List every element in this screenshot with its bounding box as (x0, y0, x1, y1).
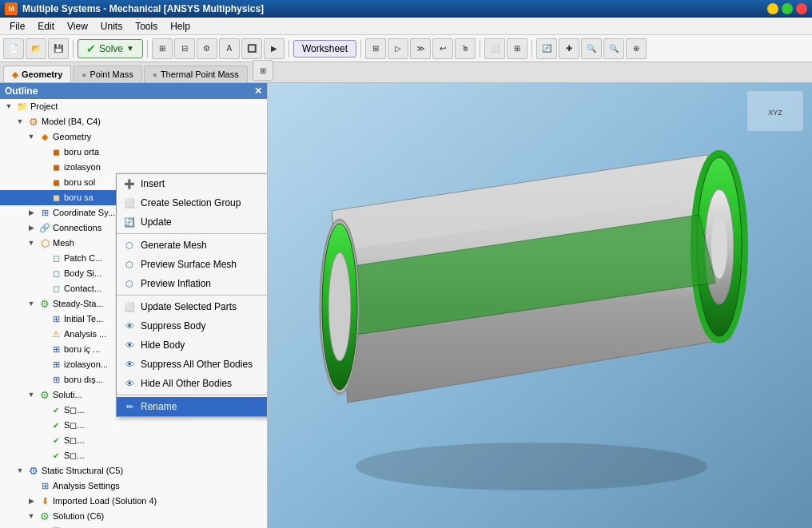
open-button[interactable]: 📂 (26, 38, 46, 59)
geometry-tab-icon: ◆ (12, 70, 18, 79)
tree-sol-2[interactable]: ✔ S◻... (0, 418, 267, 433)
title-text: Multiple Systems - Mechanical [ANSYS Mul… (22, 3, 264, 14)
ctx-preview-inflation[interactable]: ⬡ Preview Inflation (117, 274, 268, 293)
expander-coordinate[interactable]: ▶ (26, 208, 37, 219)
save-button[interactable]: 💾 (48, 38, 69, 59)
toolbar-btn-14[interactable]: 🔄 (536, 38, 557, 59)
static-label: Static Structural (C5) (42, 464, 123, 478)
tree-boru-orta[interactable]: ◼ boru orta (0, 145, 267, 160)
sol-1-label: S◻... (64, 403, 85, 417)
menu-help[interactable]: Help (164, 19, 197, 34)
toolbar-btn-12[interactable]: ⬜ (484, 38, 505, 59)
analysis-label: Analysis ... (64, 328, 106, 341)
menubar: File Edit View Units Tools Help (0, 18, 812, 35)
menu-file[interactable]: File (3, 19, 31, 34)
maximize-button[interactable] (782, 3, 793, 14)
expander-sol-3 (37, 435, 48, 447)
expander-steady[interactable]: ▼ (26, 299, 37, 310)
expander-solution[interactable]: ▼ (26, 390, 37, 401)
tree-static-structural[interactable]: ▼ ⚙ Static Structural (C5) (0, 463, 267, 478)
minimize-button[interactable] (767, 3, 778, 14)
viewport[interactable]: XYZ (268, 83, 812, 528)
tree-sol-3[interactable]: ✔ S◻... (0, 433, 267, 448)
toolbar-btn-9[interactable]: ≫ (410, 38, 431, 59)
toolbar-btn-16[interactable]: 🔍 (581, 38, 602, 59)
ctx-create-selection[interactable]: ⬜ Create Selection Group (117, 193, 268, 212)
ctx-hide-all-label: Hide All Other Bodies (141, 378, 232, 389)
tab-thermal-point-mass[interactable]: ● Thermal Point Mass (144, 66, 248, 82)
ctx-rename[interactable]: ✏ Rename (117, 397, 268, 416)
expander-mesh[interactable]: ▼ (26, 238, 37, 249)
tab-extra-button[interactable]: ⊞ (253, 60, 273, 81)
ctx-suppress-body-icon: 👁 (123, 320, 136, 332)
expander-project[interactable]: ▼ (3, 101, 14, 113)
ctx-preview-surface-label: Preview Surface Mesh (141, 259, 237, 270)
tree-sol-4[interactable]: ✔ S◻... (0, 448, 267, 463)
expander-static[interactable]: ▼ (14, 466, 26, 477)
tree-analysis-settings[interactable]: ⊞ Analysis Settings (0, 478, 267, 494)
ctx-generate-mesh[interactable]: ⬡ Generate Mesh (117, 236, 268, 255)
boru-sol-label: boru sol (64, 176, 95, 189)
toolbar-btn-13[interactable]: ⊞ (507, 38, 527, 59)
toolbar-btn-4[interactable]: A (219, 38, 240, 59)
ctx-suppress-body[interactable]: 👁 Suppress Body (117, 316, 268, 335)
toolbar-btn-1[interactable]: ⊞ (152, 38, 173, 59)
ctx-preview-surface[interactable]: ⬡ Preview Surface Mesh (117, 255, 268, 274)
ctx-suppress-all[interactable]: 👁 Suppress All Other Bodies (117, 355, 268, 374)
expander-imported[interactable]: ▶ (26, 496, 37, 507)
expander-sol-4 (37, 451, 48, 462)
ctx-insert[interactable]: ➕ Insert ▶ (117, 174, 268, 193)
menu-edit[interactable]: Edit (31, 19, 61, 34)
tree-solution-c6[interactable]: ▼ ⚙ Solution (C6) (0, 509, 267, 524)
toolbar-btn-17[interactable]: 🔍 (603, 38, 624, 59)
sol-2-label: S◻... (64, 419, 85, 432)
toolbar-btn-15[interactable]: ✚ (559, 38, 579, 59)
izolasyon-label: izolasyon (64, 161, 101, 174)
worksheet-button[interactable]: Worksheet (293, 40, 356, 58)
tree-model[interactable]: ▼ ⚙ Model (B4, C4) (0, 114, 267, 129)
ctx-hide-body[interactable]: 👁 Hide Body (117, 335, 268, 355)
boru-sol-icon: ◼ (50, 177, 62, 189)
tree-geometry[interactable]: ▼ ◆ Geometry (0, 129, 267, 145)
ctx-update[interactable]: 🔄 Update (117, 212, 268, 232)
svg-point-10 (356, 443, 707, 490)
ctx-preview-surface-icon: ⬡ (123, 258, 136, 271)
tab-geometry[interactable]: ◆ Geometry (3, 66, 71, 82)
ctx-selection-label: Create Selection Group (141, 197, 241, 208)
expander-model[interactable]: ▼ (14, 117, 26, 128)
toolbar-btn-3[interactable]: ⚙ (197, 38, 217, 59)
viewport-svg: XYZ (268, 83, 812, 528)
solve-button[interactable]: ✔ Solve ▼ (78, 39, 143, 58)
toolbar-btn-11[interactable]: 🖱 (455, 38, 476, 59)
connections-icon: 🔗 (38, 222, 51, 235)
tab-point-mass[interactable]: ● Point Mass (73, 66, 141, 82)
expander-geometry[interactable]: ▼ (26, 132, 37, 143)
toolbar-btn-18[interactable]: ⊕ (626, 38, 647, 59)
toolbar-btn-2[interactable]: ⊟ (174, 38, 195, 59)
outline-close[interactable]: ✕ (254, 85, 262, 97)
toolbar-btn-6[interactable]: ▶ (264, 38, 285, 59)
tree-imported-load[interactable]: ▶ ⬇ Imported Load (Solution 4) (0, 494, 267, 509)
tree-project[interactable]: ▼ 📁 Project (0, 99, 267, 114)
boru-dis-label: boru dış... (64, 373, 103, 387)
menu-view[interactable]: View (61, 19, 94, 34)
toolbar-btn-10[interactable]: ↩ (432, 38, 453, 59)
toolbar-btn-8[interactable]: ▷ (388, 38, 408, 59)
expander-solution-c6[interactable]: ▼ (26, 511, 37, 522)
ctx-suppress-all-label: Suppress All Other Bodies (141, 359, 253, 370)
boru-sa-icon: ◼ (50, 192, 62, 204)
analysis-icon: ⚠ (50, 328, 62, 341)
expander-connections[interactable]: ▶ (26, 223, 37, 234)
ctx-hide-all[interactable]: 👁 Hide All Other Bodies (117, 374, 268, 393)
expander-patch-c (37, 253, 48, 264)
static-icon: ⚙ (27, 465, 40, 478)
close-button[interactable] (796, 3, 807, 14)
ctx-update-selected[interactable]: ⬜ Update Selected Parts ▶ (117, 297, 268, 316)
menu-units[interactable]: Units (94, 19, 129, 34)
toolbar-btn-5[interactable]: 🔲 (241, 38, 262, 59)
expander-boru-sol (37, 177, 48, 189)
new-button[interactable]: 📄 (3, 38, 24, 59)
menu-tools[interactable]: Tools (129, 19, 164, 34)
tree-sol-info[interactable]: 📋 Solution Information (0, 524, 267, 528)
toolbar-btn-7[interactable]: ⊞ (365, 38, 386, 59)
